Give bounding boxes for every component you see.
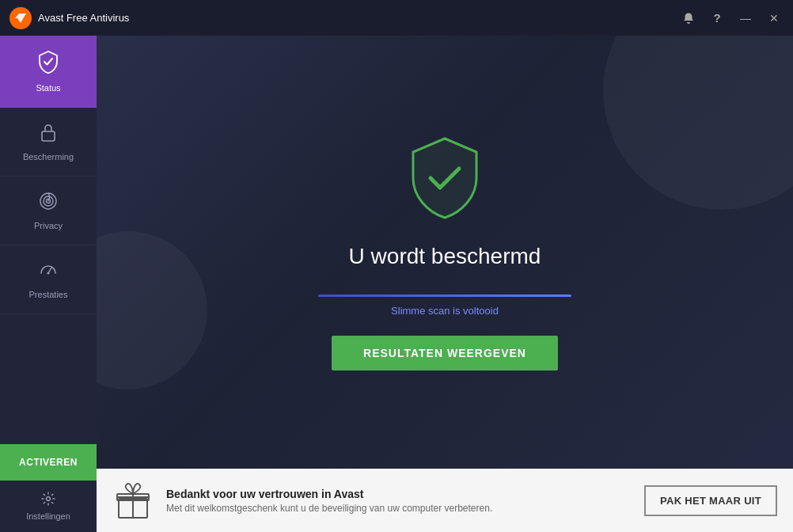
status-title: U wordt beschermd <box>349 244 541 269</box>
help-button[interactable]: ? <box>704 6 730 31</box>
sidebar: Status Bescherming Privacy <box>0 36 97 532</box>
fingerprint-icon <box>38 191 59 216</box>
settings-icon <box>41 492 55 508</box>
activate-button[interactable]: ACTIVEREN <box>0 444 97 481</box>
sidebar-label-prestaties: Prestaties <box>29 290 68 299</box>
sidebar-label-privacy: Privacy <box>34 221 63 230</box>
avast-logo-icon <box>9 7 32 29</box>
settings-label: Instellingen <box>26 511 70 521</box>
app-logo: Avast Free Antivirus <box>9 7 129 29</box>
minimize-button[interactable]: — <box>733 6 758 31</box>
window-controls: ? — ✕ <box>676 0 787 36</box>
banner-title: Bedankt voor uw vertrouwen in Avast <box>166 488 632 500</box>
lock-icon <box>39 122 58 147</box>
shield-check-icon <box>37 50 59 78</box>
shield-icon <box>405 135 484 222</box>
sidebar-item-privacy[interactable]: Privacy <box>0 177 97 245</box>
banner-cta-button[interactable]: PAK HET MAAR UIT <box>644 485 777 516</box>
help-icon: ? <box>713 11 720 25</box>
title-bar: Avast Free Antivirus ? — ✕ <box>0 0 793 36</box>
minimize-icon: — <box>740 12 751 25</box>
sidebar-item-status[interactable]: Status <box>0 36 97 108</box>
svg-point-5 <box>47 272 50 275</box>
main-content: U wordt beschermd Slimme scan is voltooi… <box>97 36 793 469</box>
sidebar-bottom: ACTIVEREN Instellingen <box>0 444 97 532</box>
app-title: Avast Free Antivirus <box>38 12 129 24</box>
banner-text: Bedankt voor uw vertrouwen in Avast Met … <box>166 488 632 514</box>
gift-icon-container <box>112 480 154 521</box>
sidebar-item-instellingen[interactable]: Instellingen <box>0 481 97 532</box>
notification-button[interactable] <box>676 6 701 31</box>
results-button[interactable]: RESULTATEN WEERGEVEN <box>332 336 558 370</box>
sidebar-item-prestaties[interactable]: Prestaties <box>0 245 97 314</box>
close-button[interactable]: ✕ <box>761 6 787 31</box>
banner-subtitle: Met dit welkomstgeschenk kunt u de bevei… <box>166 503 632 514</box>
sidebar-label-status: Status <box>36 83 60 93</box>
sidebar-item-bescherming[interactable]: Bescherming <box>0 108 97 177</box>
svg-rect-1 <box>42 131 55 141</box>
bottom-banner: Bedankt voor uw vertrouwen in Avast Met … <box>97 469 793 532</box>
gift-icon <box>112 480 154 521</box>
content-area: U wordt beschermd Slimme scan is voltooi… <box>97 36 793 532</box>
progress-bar-fill <box>318 294 571 297</box>
main-layout: Status Bescherming Privacy <box>0 36 793 532</box>
shield-container <box>405 135 484 225</box>
gauge-icon <box>38 260 59 285</box>
progress-bar <box>318 294 571 297</box>
sidebar-label-bescherming: Bescherming <box>23 152 74 162</box>
svg-point-6 <box>47 497 51 501</box>
scan-status-text: Slimme scan is voltooid <box>391 305 499 317</box>
close-icon: ✕ <box>769 12 779 25</box>
scan-status-label: Slimme scan is voltooid <box>391 305 499 317</box>
